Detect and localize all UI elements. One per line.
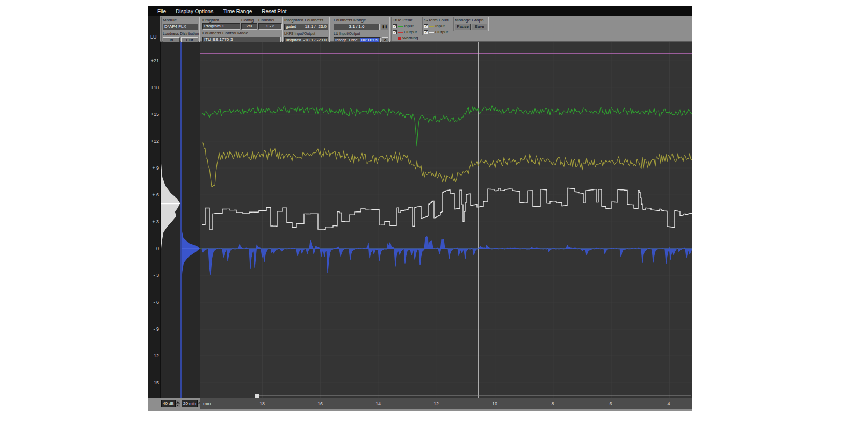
menu-item-time-range[interactable]: Time Range <box>219 8 256 16</box>
integrated-loudness-panel: Integrated Loudness gated -18.1 / -23.0 … <box>283 17 330 45</box>
menu-item-file[interactable]: File <box>154 8 170 16</box>
channel-label: Channel <box>258 18 282 23</box>
lu-axis-tick: +21 <box>148 58 159 63</box>
lu-axis-tick: - 9 <box>148 326 159 332</box>
manage-graph-panel: Manage Graph Pause Save <box>453 17 489 31</box>
module-label: Module <box>163 18 198 23</box>
integrated-gated-row: gated -18.1 / -23.0 <box>284 24 328 30</box>
config-value[interactable]: 2/0 <box>241 23 257 30</box>
true-peak-warning-row: Warning <box>393 35 419 40</box>
time-tick: 4 <box>667 401 670 406</box>
loudness-plot[interactable] <box>200 42 692 398</box>
lu-unit-label: LU Input/Output <box>334 31 388 36</box>
program-label: Program <box>202 18 240 23</box>
loudness-logger-window: File Display Options Time Range Reset Pl… <box>148 6 692 411</box>
s-term-output-row: Output <box>424 30 451 34</box>
checkbox[interactable] <box>393 24 397 28</box>
checkbox[interactable] <box>424 24 428 28</box>
s-term-loudness-panel: S-Term Loud. Input Output <box>422 17 452 35</box>
time-tick: 18 <box>259 401 265 406</box>
lu-axis-unit: LU <box>150 34 157 40</box>
loudness-range-value: 3.1 / 1.6 <box>334 24 380 30</box>
time-tick: 16 <box>317 401 323 406</box>
gated-value: -18.1 / -23.0 <box>303 24 327 30</box>
lu-axis-tick: +15 <box>148 112 159 117</box>
loudness-distribution-label: Loudness Distribution <box>163 31 198 36</box>
true-peak-input-swatch <box>398 26 403 27</box>
save-button[interactable]: Save <box>472 24 487 30</box>
true-peak-output-row: Output <box>393 30 419 34</box>
time-tick: 10 <box>492 401 497 406</box>
module-panel: Module D*AP4 FLX Loudness Distribution I… <box>161 17 200 45</box>
lu-axis <box>148 16 160 398</box>
lu-axis-tick: + 9 <box>148 165 159 171</box>
manage-graph-label: Manage Graph <box>455 18 487 23</box>
true-peak-output-swatch <box>398 32 403 33</box>
s-term-input-swatch <box>429 26 434 27</box>
s-term-label: S-Term Loud. <box>424 18 451 23</box>
lu-axis-tick: + 3 <box>148 219 159 224</box>
bottom-bar: 40 dB 20 min min 18 16 14 12 10 8 6 4 <box>148 398 692 411</box>
time-tick: 14 <box>375 401 381 406</box>
db-range-spinner <box>176 400 180 407</box>
lu-axis-tick: - 3 <box>148 273 159 278</box>
menu-item-reset-plot[interactable]: Reset Plot <box>258 8 290 16</box>
db-range-control: 40 dB <box>161 400 180 407</box>
program-value[interactable]: Program 1 <box>202 23 240 30</box>
gated-label: gated <box>286 24 296 30</box>
integrated-loudness-label: Integrated Loudness <box>284 18 328 23</box>
s-term-output-swatch <box>429 32 434 33</box>
checkbox[interactable] <box>424 30 428 34</box>
lu-axis-tick: 0 <box>148 246 159 251</box>
true-peak-label: True Peak <box>393 18 419 23</box>
toolbar: Module D*AP4 FLX Loudness Distribution I… <box>160 16 692 42</box>
channel-value[interactable]: 1 - 2 <box>258 23 282 30</box>
module-value[interactable]: D*AP4 FLX <box>163 24 198 30</box>
spin-up-icon[interactable] <box>176 400 180 404</box>
time-tick: 12 <box>433 401 439 406</box>
time-axis-unit: min <box>203 401 211 406</box>
loudness-range-label: Loudness Range <box>334 18 388 23</box>
spin-down-icon[interactable] <box>176 404 180 407</box>
config-label: Config <box>241 18 257 23</box>
pause-icon[interactable]: ❚❚ <box>381 24 388 30</box>
loudness-range-panel: Loudness Range 3.1 / 1.6 ❚❚ LU Input/Out… <box>332 17 390 45</box>
lu-axis-tick: +18 <box>148 85 159 90</box>
menubar: File Display Options Time Range Reset Pl… <box>148 6 692 16</box>
loudness-distribution-histogram <box>160 42 200 398</box>
pause-button[interactable]: Pause <box>455 24 471 30</box>
checkbox[interactable] <box>393 30 397 34</box>
time-range-value[interactable]: 20 min <box>182 400 198 407</box>
lu-axis-tick: +12 <box>148 138 159 144</box>
time-tick: 6 <box>609 401 612 406</box>
program-panel: Program Config Channel Program 1 2/0 1 -… <box>201 17 283 44</box>
db-range-value[interactable]: 40 dB <box>161 400 176 407</box>
warning-swatch <box>398 36 401 40</box>
lkfs-unit-label: LKFS Input/Output <box>284 31 328 36</box>
lu-axis-tick: -15 <box>148 380 159 385</box>
time-axis: min 18 16 14 12 10 8 6 4 <box>200 398 692 409</box>
s-term-input-row: Input <box>424 24 451 28</box>
menu-item-display-options[interactable]: Display Options <box>172 8 217 16</box>
lu-axis-tick: -12 <box>148 353 159 359</box>
lu-axis-tick: + 6 <box>148 192 159 198</box>
loudness-control-mode-label: Loudness Control Mode <box>202 31 281 35</box>
true-peak-input-row: Input <box>393 24 419 28</box>
true-peak-panel: True Peak Input Output Warning <box>391 17 421 41</box>
time-tick: 8 <box>551 401 554 406</box>
lu-axis-tick: - 6 <box>148 300 159 305</box>
